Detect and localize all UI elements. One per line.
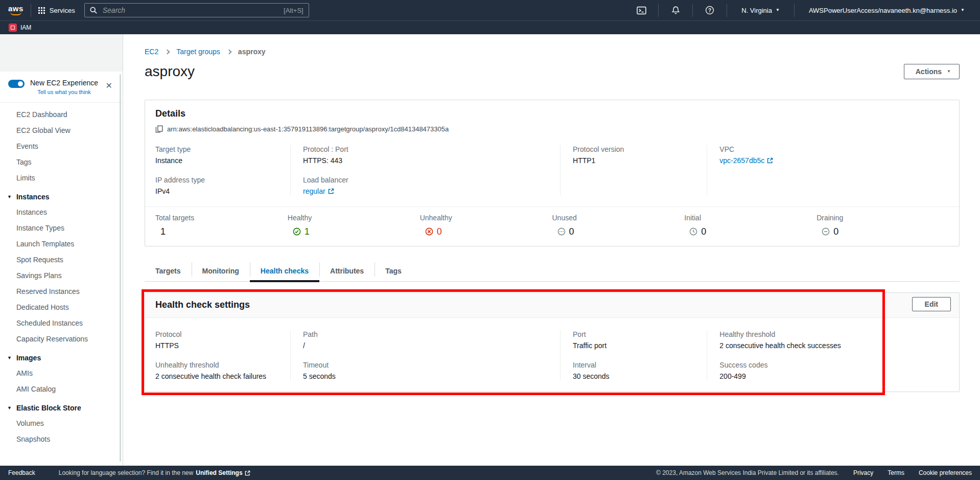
breadcrumb-current: asproxy xyxy=(238,48,266,56)
tab-monitoring[interactable]: Monitoring xyxy=(192,262,250,281)
field-timeout: Timeout 5 seconds xyxy=(303,361,552,380)
sidebar-section-instances[interactable]: ▼ Instances xyxy=(0,186,123,204)
sidebar-divider xyxy=(0,102,123,103)
sidebar-item-launch-templates[interactable]: Launch Templates xyxy=(0,236,123,252)
favorite-iam-shortcut[interactable]: IAM xyxy=(9,24,31,32)
sidebar-item-limits[interactable]: Limits xyxy=(0,170,123,186)
aws-smile-icon xyxy=(10,12,21,15)
copy-icon[interactable] xyxy=(155,125,163,133)
sidebar-item-savings-plans[interactable]: Savings Plans xyxy=(0,268,123,284)
sidebar-item-spot-requests[interactable]: Spot Requests xyxy=(0,252,123,268)
load-balancer-link[interactable]: regular xyxy=(303,187,334,195)
field-port: Port Traffic port xyxy=(573,330,698,350)
sidebar-item-dedicated-hosts[interactable]: Dedicated Hosts xyxy=(0,300,123,315)
field-ip-address-type: IP address type IPv4 xyxy=(155,176,282,195)
sidebar-item-instance-types[interactable]: Instance Types xyxy=(0,220,123,236)
favorite-iam-label: IAM xyxy=(20,24,31,31)
search-shortcut-hint: [Alt+S] xyxy=(284,7,304,14)
topnav-right: ? N. Virginia ▼ AWSPowerUserAccess/navan… xyxy=(632,0,972,20)
cloudshell-icon[interactable] xyxy=(632,0,651,20)
sidebar-item-volumes[interactable]: Volumes xyxy=(0,416,123,431)
details-card: Details arn:aws:elasticloadbalancing:us-… xyxy=(145,100,960,246)
sidebar-item-ec2-dashboard[interactable]: EC2 Dashboard xyxy=(0,107,123,123)
help-icon[interactable]: ? xyxy=(700,0,719,20)
search-input[interactable] xyxy=(102,6,279,15)
tell-us-what-you-think-link[interactable]: Tell us what you think xyxy=(30,89,98,95)
nav-divider xyxy=(794,4,795,17)
field-path: Path / xyxy=(303,330,552,350)
field-protocol-port: Protocol : Port HTTPS: 443 xyxy=(303,145,552,165)
field-interval: Interval 30 seconds xyxy=(573,361,698,380)
favorites-bar: IAM xyxy=(0,20,980,34)
stat-draining: Draining 0 xyxy=(816,214,949,237)
breadcrumb-ec2[interactable]: EC2 xyxy=(145,48,158,56)
sidebar-item-amis[interactable]: AMIs xyxy=(0,365,123,381)
detail-tabs: Targets Monitoring Health checks Attribu… xyxy=(145,262,960,282)
sidebar-section-elastic-block-store[interactable]: ▼ Elastic Block Store xyxy=(0,397,123,416)
section-caret-down-icon: ▼ xyxy=(7,406,12,410)
region-label: N. Virginia xyxy=(741,7,772,14)
edit-button[interactable]: Edit xyxy=(912,297,951,311)
health-check-column: Healthy threshold 2 consecutive health c… xyxy=(707,330,949,380)
sidebar-section-images[interactable]: ▼ Images xyxy=(0,347,123,365)
close-icon[interactable]: ✕ xyxy=(106,82,112,90)
field-unhealthy-threshold: Unhealthy threshold 2 consecutive health… xyxy=(155,361,282,380)
section-caret-down-icon: ▼ xyxy=(7,356,12,360)
details-column: Protocol version HTTP1 xyxy=(560,145,707,195)
vpc-link[interactable]: vpc-2657db5c xyxy=(719,156,773,165)
health-check-section: Health check settings Edit Protocol HTTP… xyxy=(145,292,960,392)
terms-link[interactable]: Terms xyxy=(888,469,904,476)
services-menu-button[interactable]: Services xyxy=(38,7,75,14)
sidebar-item-ami-catalog[interactable]: AMI Catalog xyxy=(0,381,123,397)
unified-settings-link[interactable]: Unified Settings xyxy=(196,469,250,476)
sidebar-item-reserved-instances[interactable]: Reserved Instances xyxy=(0,284,123,300)
topnav-left: aws Services [Alt+S] xyxy=(8,3,309,17)
page-title: asproxy xyxy=(145,63,195,80)
tab-health-checks[interactable]: Health checks xyxy=(250,262,319,281)
details-body: Details arn:aws:elasticloadbalancing:us-… xyxy=(145,100,959,207)
privacy-link[interactable]: Privacy xyxy=(853,469,873,476)
sidebar-item-snapshots[interactable]: Snapshots xyxy=(0,431,123,447)
ellipsis-circle-icon xyxy=(557,227,566,236)
arn-text: arn:aws:elasticloadbalancing:us-east-1:3… xyxy=(167,125,449,133)
aws-logo[interactable]: aws xyxy=(8,5,24,15)
new-experience-banner: New EC2 Experience Tell us what you thin… xyxy=(0,72,123,95)
copyright-text: © 2023, Amazon Web Services India Privat… xyxy=(656,469,839,476)
account-menu[interactable]: AWSPowerUserAccess/navaneeth.kn@harness.… xyxy=(802,7,972,14)
search-bar[interactable]: [Alt+S] xyxy=(84,3,309,17)
sidebar-scrollbar[interactable] xyxy=(120,74,121,462)
actions-button[interactable]: Actions ▼ xyxy=(904,64,960,79)
services-label: Services xyxy=(50,7,75,14)
new-ec2-experience-toggle[interactable] xyxy=(8,80,25,88)
target-summary-band: Total targets 1 Healthy 1 Unhealthy 0 Un… xyxy=(145,207,959,246)
details-column: Protocol : Port HTTPS: 443 Load balancer… xyxy=(290,145,560,195)
sidebar-item-events[interactable]: Events xyxy=(0,139,123,154)
stat-unhealthy: Unhealthy 0 xyxy=(420,214,552,237)
stat-healthy: Healthy 1 xyxy=(288,214,420,237)
health-check-body: Protocol HTTPS Unhealthy threshold 2 con… xyxy=(145,318,959,392)
tab-targets[interactable]: Targets xyxy=(145,262,192,281)
sidebar-item-capacity-reservations[interactable]: Capacity Reservations xyxy=(0,331,123,347)
stat-initial: Initial 0 xyxy=(684,214,816,237)
health-check-card-header: Health check settings Edit xyxy=(145,293,959,318)
sidebar-nav: EC2 Dashboard EC2 Global View Events Tag… xyxy=(0,105,123,452)
sidebar-item-scheduled-instances[interactable]: Scheduled Instances xyxy=(0,315,123,331)
nav-divider xyxy=(31,4,31,17)
breadcrumb-target-groups[interactable]: Target groups xyxy=(176,48,220,56)
sidebar-item-ec2-global-view[interactable]: EC2 Global View xyxy=(0,123,123,139)
tab-tags[interactable]: Tags xyxy=(375,262,412,281)
region-selector[interactable]: N. Virginia ▼ xyxy=(734,7,787,14)
external-link-icon xyxy=(245,470,250,476)
sidebar-item-tags[interactable]: Tags xyxy=(0,154,123,170)
sidebar-item-instances[interactable]: Instances xyxy=(0,204,123,220)
feedback-link[interactable]: Feedback xyxy=(8,469,35,476)
tab-attributes[interactable]: Attributes xyxy=(319,262,375,281)
cookie-preferences-link[interactable]: Cookie preferences xyxy=(919,469,972,476)
health-check-grid: Protocol HTTPS Unhealthy threshold 2 con… xyxy=(155,330,949,380)
language-selection-note: Looking for language selection? Find it … xyxy=(59,469,250,476)
health-check-column: Protocol HTTPS Unhealthy threshold 2 con… xyxy=(155,330,290,380)
aws-logo-text: aws xyxy=(8,5,24,12)
notifications-bell-icon[interactable] xyxy=(666,0,685,20)
external-link-icon xyxy=(328,188,334,194)
new-experience-label: New EC2 Experience xyxy=(30,79,98,87)
